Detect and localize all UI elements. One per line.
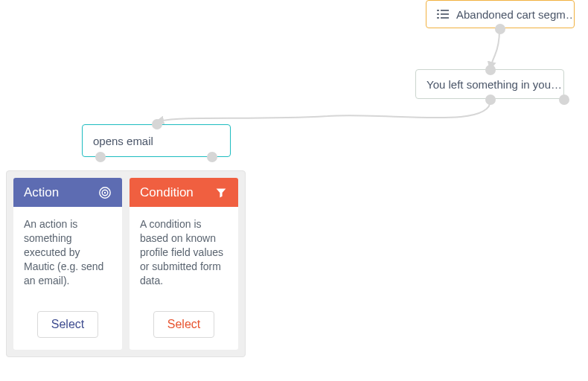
- condition-description: A condition is based on known profile fi…: [130, 207, 238, 304]
- action-title: Action: [24, 185, 59, 200]
- svg-rect-2: [437, 13, 439, 15]
- filter-icon: [214, 186, 228, 199]
- svg-rect-4: [437, 17, 439, 19]
- port[interactable]: [485, 65, 496, 75]
- target-icon: [98, 186, 112, 199]
- list-icon: [437, 9, 449, 19]
- action-card-header: Action: [13, 178, 122, 207]
- svg-point-8: [104, 191, 106, 193]
- action-description: An action is something executed by Mauti…: [13, 207, 122, 304]
- port[interactable]: [559, 95, 569, 105]
- node-email-label: You left something in you…: [426, 78, 562, 91]
- port[interactable]: [495, 24, 505, 34]
- condition-select-button[interactable]: Select: [153, 311, 214, 338]
- node-decision-label: opens email: [93, 135, 153, 147]
- port[interactable]: [207, 152, 217, 162]
- condition-title: Condition: [140, 185, 194, 200]
- port[interactable]: [485, 95, 496, 105]
- action-card-footer: Select: [13, 304, 122, 350]
- port[interactable]: [95, 152, 106, 162]
- action-select-button[interactable]: Select: [37, 311, 98, 338]
- condition-card-footer: Select: [130, 304, 238, 350]
- campaign-canvas[interactable]: Abandoned cart segm… You left something …: [0, 0, 588, 381]
- svg-rect-1: [441, 10, 449, 11]
- node-segment-label: Abandoned cart segm…: [456, 8, 575, 21]
- svg-rect-5: [441, 17, 449, 19]
- action-card: Action An action is something executed b…: [13, 178, 122, 350]
- condition-card-header: Condition: [130, 178, 238, 207]
- svg-rect-0: [437, 10, 439, 11]
- port[interactable]: [152, 119, 162, 129]
- event-options-panel: Action An action is something executed b…: [6, 170, 246, 357]
- condition-card: Condition A condition is based on known …: [130, 178, 238, 350]
- svg-rect-3: [441, 13, 449, 15]
